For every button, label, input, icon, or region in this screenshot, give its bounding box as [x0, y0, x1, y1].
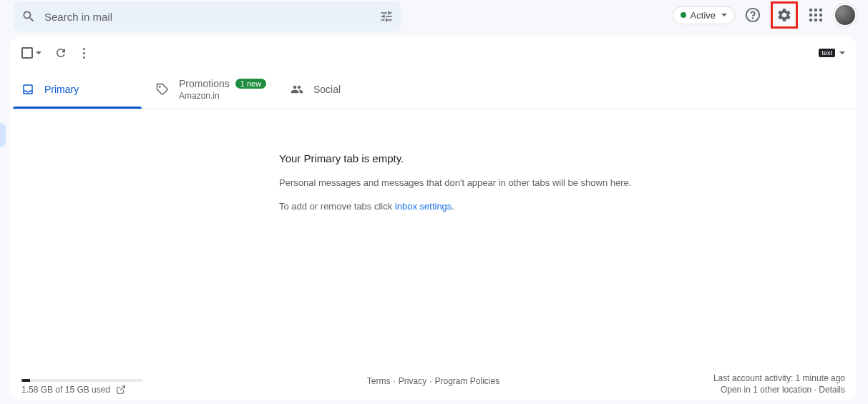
header-actions: Active — [673, 1, 857, 29]
tab-label: Promotions — [179, 78, 230, 89]
inbox-settings-link[interactable]: inbox settings — [395, 201, 452, 212]
input-badge: text — [819, 49, 835, 57]
checkbox-icon — [21, 47, 33, 59]
status-chip[interactable]: Active — [673, 6, 735, 24]
apps-button[interactable] — [802, 1, 829, 29]
select-all-checkbox[interactable] — [21, 47, 42, 59]
chevron-down-icon — [36, 51, 42, 54]
empty-action-line: To add or remove tabs click inbox settin… — [279, 201, 857, 212]
terms-link[interactable]: Terms — [367, 376, 391, 386]
help-button[interactable] — [739, 1, 766, 29]
account-avatar[interactable] — [834, 4, 857, 26]
details-link[interactable]: Details — [819, 385, 845, 395]
tab-label: Primary — [44, 84, 79, 95]
activity-text: Last account activity: 1 minute ago — [713, 373, 845, 383]
more-button[interactable] — [80, 45, 88, 61]
tab-sublabel: Amazon.in — [179, 91, 266, 101]
status-label: Active — [691, 10, 716, 21]
input-tools-button[interactable]: text — [819, 49, 845, 57]
privacy-link[interactable]: Privacy — [399, 376, 426, 386]
refresh-button[interactable] — [54, 46, 67, 59]
inbox-icon — [21, 83, 34, 96]
footer: 1.58 GB of 15 GB used Terms· Privacy· Pr… — [10, 368, 857, 400]
header: Active — [0, 0, 868, 30]
footer-links: Terms· Privacy· Program Policies — [367, 376, 499, 386]
open-in-new-icon[interactable] — [116, 385, 126, 395]
tab-promotions[interactable]: Promotions 1 new Amazon.in — [145, 70, 279, 109]
policies-link[interactable]: Program Policies — [435, 376, 500, 386]
collapsed-sidebar-sliver — [0, 123, 6, 147]
svg-point-1 — [753, 18, 754, 19]
tag-icon — [156, 83, 169, 96]
search-bar[interactable] — [14, 1, 401, 31]
status-dot-icon — [681, 12, 686, 18]
category-tabs: Primary Promotions 1 new Amazon.in Socia… — [10, 70, 857, 109]
chevron-down-icon — [721, 14, 727, 16]
storage-bar — [21, 379, 143, 382]
tab-social[interactable]: Social — [279, 70, 414, 109]
tab-primary[interactable]: Primary — [10, 70, 145, 109]
empty-description: Personal messages and messages that don'… — [279, 177, 857, 188]
mail-toolbar: text — [10, 36, 857, 70]
settings-button[interactable] — [771, 1, 798, 29]
people-icon — [291, 83, 303, 96]
apps-grid-icon — [809, 9, 822, 21]
main-panel: text Primary Promotions 1 new Amazon.in … — [10, 36, 857, 400]
empty-title: Your Primary tab is empty. — [279, 152, 857, 164]
new-badge: 1 new — [235, 79, 266, 89]
svg-point-2 — [160, 87, 161, 88]
empty-state: Your Primary tab is empty. Personal mess… — [10, 109, 857, 225]
search-icon[interactable] — [21, 9, 36, 24]
tab-label: Social — [313, 84, 341, 95]
chevron-down-icon — [839, 51, 845, 54]
search-options-icon[interactable] — [379, 9, 394, 24]
storage-text: 1.58 GB of 15 GB used — [21, 385, 110, 395]
search-input[interactable] — [44, 11, 371, 23]
open-elsewhere-text: Open in 1 other location — [721, 385, 811, 395]
